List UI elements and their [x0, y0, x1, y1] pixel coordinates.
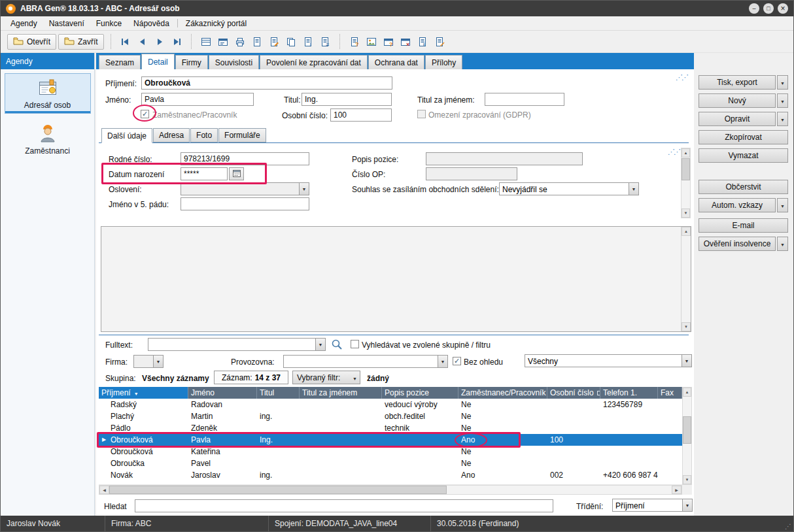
table-row[interactable]: NovákJaroslaving.Ano002+420 606 987 456 [99, 469, 682, 481]
action-button-vymazat[interactable]: Vymazat [699, 148, 788, 163]
scroll-up-button[interactable] [682, 148, 690, 158]
bez-ohledu-checkbox[interactable] [453, 357, 461, 365]
export-icon[interactable]: ↓ [300, 34, 316, 50]
menu-item-agendy[interactable]: Agendy [5, 16, 43, 30]
scroll-down-button[interactable] [682, 322, 691, 331]
tab-firmy[interactable]: Firmy [175, 55, 208, 69]
chevron-down-icon[interactable] [438, 356, 447, 367]
jmeno-5-pad-input[interactable] [181, 197, 309, 210]
sidebar-item-adresar-osob[interactable]: Adresář osob [5, 73, 91, 114]
sidebar-item-zamestnanci[interactable]: Zaměstnanci [5, 119, 91, 159]
search-icon[interactable] [331, 339, 343, 352]
cislo-op-input[interactable] [426, 167, 517, 180]
column-header-fax[interactable]: Fax [658, 387, 682, 399]
action-button-novy[interactable]: Nový [699, 93, 776, 108]
table-row[interactable]: RadskýRadovanvedoucí výrobyNe123456789 [99, 399, 682, 410]
osloveni-dropdown[interactable] [181, 182, 309, 195]
maximize-button[interactable] [763, 3, 774, 14]
rodne-cislo-input[interactable] [181, 152, 309, 165]
expand-panel-icon[interactable] [676, 74, 687, 81]
tab-detail[interactable]: Detail [141, 54, 175, 69]
prijmeni-input[interactable] [141, 76, 392, 90]
scroll-thumb[interactable] [682, 158, 690, 180]
expand-panel-icon[interactable] [668, 148, 680, 156]
menu-item-napoveda[interactable]: Nápověda [128, 16, 175, 30]
subtab-foto[interactable]: Foto [190, 128, 218, 142]
jm[interactable] [141, 93, 254, 106]
column-header-titul[interactable]: Titul [257, 387, 300, 399]
action-dropdown-opravit[interactable] [777, 112, 788, 126]
write-message-icon[interactable] [432, 34, 447, 50]
report-icon[interactable] [249, 34, 265, 50]
resize-grip-icon[interactable]: ⋰ [782, 516, 793, 531]
minimize-button[interactable] [749, 3, 759, 14]
nav-last-icon[interactable] [169, 34, 184, 50]
action-button-zkopirovat[interactable]: Zkopírovat [699, 130, 788, 144]
menu-item-funkce[interactable]: Funkce [90, 16, 128, 30]
info-icon[interactable]: i [415, 34, 430, 50]
scroll-right-button[interactable] [672, 486, 682, 494]
table-row[interactable]: PlachýMartining.obch.ředitelNe [99, 410, 682, 422]
subtab-adresa[interactable]: Adresa [153, 128, 190, 142]
records-list-icon[interactable] [198, 34, 214, 50]
titul-za-jmenem-input[interactable] [485, 93, 564, 106]
action-dropdown-tisk-export[interactable] [777, 75, 788, 90]
column-header-zamestnanec-pracovnik[interactable]: Zaměstnanec/Pracovník [458, 387, 547, 399]
titul-input[interactable] [302, 93, 392, 106]
scroll-left-button[interactable] [99, 486, 109, 494]
firma-dropdown[interactable] [133, 355, 164, 368]
osobni-cislo-input[interactable] [330, 108, 392, 122]
tab-souvislosti[interactable]: Souvislosti [209, 55, 259, 69]
column-header-popis-pozice[interactable]: Popis pozice [382, 387, 458, 399]
hledat-input[interactable] [135, 499, 553, 512]
image-icon[interactable] [364, 34, 379, 50]
scroll-track[interactable] [683, 397, 691, 475]
table-row[interactable]: PádloZdeněktechnikNe [99, 422, 682, 434]
action-dropdown-novy[interactable] [777, 93, 788, 108]
trideni-dropdown[interactable]: Příjmení [612, 499, 693, 512]
scroll-track[interactable] [682, 236, 691, 322]
chevron-down-icon[interactable] [153, 356, 163, 367]
detail-vertical-scrollbar[interactable] [681, 148, 691, 218]
chevron-down-icon[interactable] [629, 183, 638, 195]
provozovna-dropdown[interactable] [283, 355, 448, 368]
tab-prilohy[interactable]: Přílohy [425, 55, 462, 69]
window-help-icon[interactable]: ? [381, 34, 396, 50]
fulltext-group-checkbox[interactable] [351, 340, 359, 348]
tab-ochrana-dat[interactable]: Ochrana dat [368, 55, 424, 69]
action-dropdown-autom-vzkazy[interactable] [777, 198, 788, 212]
form-view-icon[interactable] [215, 34, 231, 50]
action-button-autom-vzkazy[interactable]: Autom. vzkazy [699, 198, 776, 212]
close-button[interactable] [778, 3, 788, 14]
column-header-osobni-cislo[interactable]: Osobní číslo [547, 387, 600, 399]
poznamka-scrollbar[interactable] [681, 227, 691, 331]
column-header-telefon-1[interactable]: Telefon 1. [600, 387, 658, 399]
close-agenda-button[interactable]: Zavřít [58, 34, 104, 50]
column-header-titul-za-jmenem[interactable]: Titul za jménem [300, 387, 382, 399]
poznamka-textarea[interactable] [101, 226, 691, 332]
chevron-down-icon[interactable] [682, 499, 692, 511]
subtab-formulare[interactable]: Formuláře [218, 128, 266, 142]
print-icon[interactable] [232, 34, 248, 50]
scroll-track[interactable] [682, 158, 690, 208]
souhlas-dropdown[interactable]: Nevyjádřil se [499, 182, 639, 195]
table-row[interactable]: ObroučkováPavlaIng.Ano100 [99, 434, 682, 446]
table-row[interactable]: ObroučkováKateřinaNe [99, 446, 682, 457]
edit-icon[interactable] [266, 34, 282, 50]
popis-pozice-input[interactable] [426, 152, 583, 165]
tab-povoleni-ke-zpracovani-dat[interactable]: Povolení ke zpracování dat [260, 55, 368, 69]
table-row[interactable]: ObroučkaPavelNe [99, 457, 682, 469]
tab-seznam[interactable]: Seznam [99, 55, 141, 69]
scroll-up-button[interactable] [683, 388, 691, 397]
zamestnanec-checkbox[interactable] [141, 110, 149, 118]
action-button-e-mail[interactable]: E-mail [699, 218, 788, 233]
help-document-icon[interactable]: ? [347, 34, 362, 50]
column-header-prijmeni[interactable]: Příjmení [99, 387, 188, 399]
action-button-opravit[interactable]: Opravit [699, 112, 776, 126]
action-button-overeni-insolvence[interactable]: Ověření insolvence [699, 237, 776, 251]
open-button[interactable]: Otevřít [7, 34, 56, 50]
calendar-button[interactable] [229, 167, 244, 180]
chevron-down-icon[interactable] [682, 355, 691, 367]
action-dropdown-overeni-insolvence[interactable] [777, 237, 788, 251]
menu-item-zakaznicky-portal[interactable]: Zákaznický portál [180, 16, 252, 30]
